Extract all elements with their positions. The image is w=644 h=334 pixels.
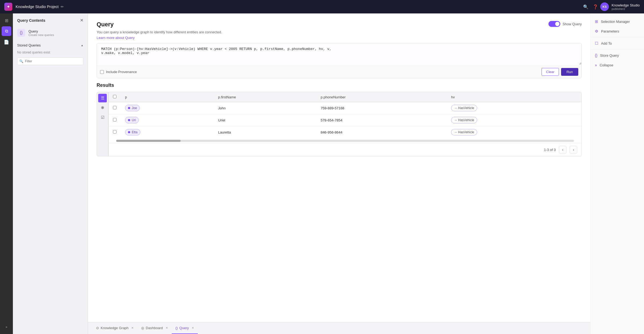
select-all-checkbox[interactable]: [113, 95, 116, 98]
pagination-info: 1-3 of 3: [544, 148, 556, 152]
query-title: Query: [97, 21, 548, 28]
cell-firstname: Lauretta: [214, 126, 316, 138]
project-name: Knowledge Studio Project: [16, 5, 58, 9]
show-query-toggle-wrap: Show Query: [548, 21, 582, 27]
right-panel-icon-selection-manager: ⊞: [595, 19, 598, 24]
cell-hv: → HasVehicle: [447, 126, 581, 138]
right-panel-label-store-query: Store Query: [600, 53, 619, 58]
tab-close-query[interactable]: ✕: [192, 326, 194, 330]
cell-p: Joe: [121, 102, 214, 114]
stored-queries-title: Stored Queries: [17, 43, 41, 47]
query-description: You can query a knowledge graph to ident…: [97, 30, 548, 34]
stored-queries-chevron-icon[interactable]: ▲: [81, 44, 83, 47]
nav-icon-1[interactable]: ⊞: [2, 16, 11, 25]
tab-icon-dashboard: ◎: [141, 326, 144, 330]
table-row: Uri Uriel 578-654-7854 → HasVehicle: [109, 114, 581, 126]
query-section-name: Query: [28, 29, 54, 33]
row-checkbox[interactable]: [113, 118, 116, 121]
horizontal-scrollbar[interactable]: [116, 140, 574, 142]
clear-button[interactable]: Clear: [541, 68, 559, 76]
graph-view-button[interactable]: ❋: [98, 103, 107, 112]
cell-hv: → HasVehicle: [447, 114, 581, 126]
icon-sidebar: ⊞ ⧉ 📄 »: [0, 13, 13, 334]
table-row: Joe John 759-889-57168 → HasVehicle: [109, 102, 581, 114]
right-panel-selection-manager[interactable]: ⊞ Selection Manager: [591, 17, 644, 26]
table-header-row: p p.firstName p.phoneNumber hv: [109, 92, 581, 102]
right-panel: ⊞ Selection Manager ⚙ Parameters ☐ Add T…: [590, 13, 644, 334]
run-button[interactable]: Run: [561, 68, 578, 76]
right-panel-collapse[interactable]: » Collapse: [591, 60, 644, 70]
cell-phone: 846-956-8644: [316, 126, 447, 138]
tab-knowledge-graph[interactable]: ⊙ Knowledge Graph ✕: [92, 322, 137, 334]
show-query-label: Show Query: [562, 22, 582, 26]
cell-phone: 759-889-57168: [316, 102, 447, 114]
left-panel-title: Query Contents: [17, 18, 45, 23]
filter-search-icon: 🔍: [19, 59, 23, 63]
query-section-item[interactable]: {} Query Create new queries: [13, 26, 88, 39]
cell-p: Etta: [121, 126, 214, 138]
tab-close-knowledge-graph[interactable]: ✕: [131, 326, 134, 330]
list-view-button[interactable]: ☑: [98, 113, 107, 122]
user-profile: KS Knowledge Studio publisher2: [600, 2, 640, 11]
search-button[interactable]: 🔍: [581, 2, 591, 12]
filter-input[interactable]: [17, 58, 83, 65]
results-tbody: Joe John 759-889-57168 → HasVehicle Uri …: [109, 102, 581, 138]
next-page-button[interactable]: ›: [570, 146, 577, 153]
right-panel-label-add-to: Add To: [601, 41, 612, 45]
select-all-col: [109, 92, 121, 102]
table-view-button[interactable]: ☰: [98, 94, 107, 102]
right-panel-store-query[interactable]: {} Store Query: [591, 51, 644, 60]
cell-firstname: Uriel: [214, 114, 316, 126]
row-checkbox[interactable]: [113, 106, 116, 109]
right-panel-add-to[interactable]: ☐ Add To: [591, 38, 644, 48]
nav-icon-layers[interactable]: ⧉: [2, 26, 11, 36]
row-checkbox[interactable]: [113, 130, 116, 134]
nav-icon-doc[interactable]: 📄: [2, 37, 11, 47]
results-container: ☰ ❋ ☑ p p.firstName p.phoneNumber: [97, 92, 582, 156]
bottom-tab-bar: ⊙ Knowledge Graph ✕ ◎ Dashboard ✕ () Que…: [88, 322, 590, 334]
show-query-toggle[interactable]: [548, 21, 560, 27]
cell-p: Uri: [121, 114, 214, 126]
main-content: Query You can query a knowledge graph to…: [88, 13, 590, 334]
tab-dashboard[interactable]: ◎ Dashboard ✕: [137, 322, 172, 334]
right-panel-parameters[interactable]: ⚙ Parameters: [591, 26, 644, 36]
scrollbar-thumb[interactable]: [116, 140, 181, 142]
learn-more-link[interactable]: Learn more about Query: [97, 36, 135, 40]
stored-queries-header: Stored Queries ▲: [13, 41, 88, 49]
no-stored-queries-label: No stored queries exist: [13, 49, 88, 56]
results-table-wrap: p p.firstName p.phoneNumber hv Joe John …: [108, 92, 582, 156]
include-provenance-label[interactable]: Include Provenance: [100, 70, 137, 74]
pagination-bar: 1-3 of 3 ‹ ›: [109, 143, 581, 156]
close-left-panel-button[interactable]: ✕: [80, 18, 83, 23]
right-panel-divider: [591, 49, 644, 49]
view-toggle-sidebar: ☰ ❋ ☑: [97, 92, 108, 156]
right-panel-label-parameters: Parameters: [601, 29, 619, 33]
help-button[interactable]: ❓: [591, 2, 600, 12]
tab-label-dashboard: Dashboard: [146, 326, 163, 330]
tab-icon-knowledge-graph: ⊙: [96, 326, 99, 330]
top-header: ✦ Knowledge Studio Project ✏ 🔍 ❓ KS Know…: [0, 0, 644, 13]
expand-sidebar-icon[interactable]: »: [2, 322, 11, 332]
tab-close-dashboard[interactable]: ✕: [166, 326, 168, 330]
query-icon: {}: [17, 29, 25, 37]
right-panel-divider: [591, 37, 644, 37]
left-panel: Query Contents ✕ {} Query Create new que…: [13, 13, 88, 334]
left-panel-header: Query Contents ✕: [13, 13, 88, 26]
user-role: publisher2: [612, 7, 640, 10]
col-p: p: [121, 92, 214, 102]
col-phone: p.phoneNumber: [316, 92, 447, 102]
prev-page-button[interactable]: ‹: [559, 146, 566, 153]
right-panel-label-selection-manager: Selection Manager: [601, 20, 630, 24]
col-hv: hv: [447, 92, 581, 102]
results-table: p p.firstName p.phoneNumber hv Joe John …: [109, 92, 581, 138]
col-firstname: p.firstName: [214, 92, 316, 102]
tab-query[interactable]: () Query ✕: [172, 322, 198, 334]
query-textarea[interactable]: MATCH (p:Person)-[hv:HasVehicle]->(v:Veh…: [97, 43, 581, 65]
edit-project-icon[interactable]: ✏: [61, 5, 64, 9]
table-row: Etta Lauretta 846-956-8644 → HasVehicle: [109, 126, 581, 138]
tab-icon-query: (): [175, 326, 178, 330]
content-area: Query You can query a knowledge graph to…: [88, 13, 590, 322]
query-section-sub: Create new queries: [28, 33, 54, 37]
include-provenance-checkbox[interactable]: [100, 70, 104, 74]
right-panel-icon-add-to: ☐: [595, 41, 598, 45]
